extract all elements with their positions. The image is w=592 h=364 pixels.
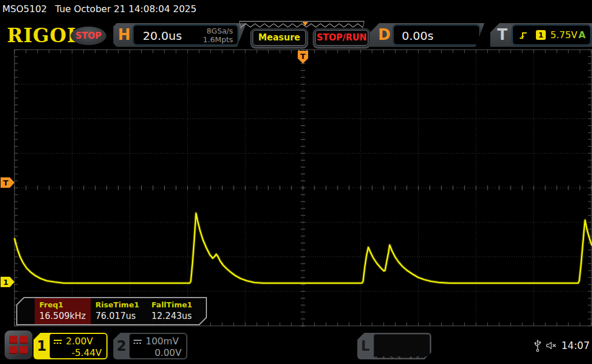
clock: 14:07 <box>561 340 590 351</box>
channel1-offset: -5.44V <box>53 347 102 358</box>
trigger-widget[interactable]: T 1 5.75V A <box>490 23 592 47</box>
trigger-level-value: 5.75V <box>550 29 578 40</box>
delay-box[interactable]: 0.00s <box>393 25 480 45</box>
trigger-label: T <box>497 26 508 43</box>
rigol-logo: RIGOL <box>7 24 81 47</box>
speaker-muted-icon <box>546 340 557 351</box>
channel2-scale: 100mV <box>146 336 179 347</box>
timebase-box[interactable]: 20.0us 8GSa/s 1.6Mpts <box>133 25 238 45</box>
dc-coupling-icon <box>133 339 142 344</box>
measurement-panel[interactable]: Freq1 16.509kHz RiseTime1 76.017us FallT… <box>16 297 207 325</box>
delay-label: D <box>378 26 391 43</box>
waveform-overview-strip[interactable] <box>239 21 365 30</box>
measurement-label: RiseTime1 <box>95 300 147 309</box>
timebase-value: 20.0us <box>143 29 182 43</box>
run-state-badge[interactable]: STOP <box>71 27 106 45</box>
acquisition-rates: 8GSa/s 1.6Mpts <box>203 27 233 44</box>
rising-edge-icon <box>519 31 528 40</box>
channel2-settings: 100mV 0.00V <box>130 334 186 358</box>
channel2-widget[interactable]: 2 100mV 0.00V <box>113 333 187 359</box>
measurement-value: 16.509kHz <box>39 311 91 321</box>
measurement-label: Freq1 <box>39 300 91 309</box>
measurement-risetime1[interactable]: RiseTime1 76.017us <box>91 298 147 324</box>
grid-icon <box>9 336 17 344</box>
measurement-value: 12.243us <box>151 311 203 321</box>
channel1-widget[interactable]: 1 2.00V -5.44V <box>34 333 108 359</box>
usb-icon <box>534 338 541 353</box>
horizontal-label: H <box>118 26 131 43</box>
svg-text:T: T <box>301 52 306 61</box>
measure-button[interactable]: Measure <box>253 30 306 46</box>
horizontal-widget[interactable]: H 20.0us 8GSa/s 1.6Mpts <box>113 23 246 47</box>
sample-rate: 8GSa/s <box>203 27 233 35</box>
memory-depth: 1.6Mpts <box>203 35 233 44</box>
logic-channels-widget[interactable]: L 0 1 2 3 4 5 6 7 8 9 1011 12131415 <box>357 333 431 359</box>
grid-icon <box>9 346 17 354</box>
measurement-value: 76.017us <box>95 311 147 321</box>
grid-icon <box>20 336 28 344</box>
channel1-scale: 2.00V <box>66 336 93 347</box>
menu-grid-button[interactable] <box>5 330 32 359</box>
measurement-panel-body: Freq1 16.509kHz RiseTime1 76.017us FallT… <box>17 298 206 324</box>
svg-text:1: 1 <box>3 278 8 287</box>
trigger-box[interactable]: 1 5.75V A <box>512 25 591 45</box>
measurement-freq1[interactable]: Freq1 16.509kHz <box>35 298 91 324</box>
delay-widget[interactable]: D 0.00s <box>370 23 484 47</box>
channel1-settings: 2.00V -5.44V <box>50 334 106 358</box>
trigger-mode: A <box>579 29 586 40</box>
stop-run-button[interactable]: STOP/RUN <box>315 30 368 46</box>
channel2-offset: 0.00V <box>133 347 182 358</box>
dc-coupling-icon <box>53 339 62 344</box>
measurement-falltime1[interactable]: FallTime1 12.243us <box>147 298 203 324</box>
measurement-label: FallTime1 <box>151 300 203 309</box>
svg-text:T: T <box>3 179 9 187</box>
trigger-source-badge: 1 <box>536 30 546 40</box>
delay-value: 0.00s <box>402 29 434 43</box>
grid-icon <box>20 346 28 354</box>
oscilloscope-screen: MSO5102Tue October 21 14:08:04 2025 T1T … <box>0 0 592 364</box>
logic-channel-list: 0 1 2 3 4 5 6 7 8 9 1011 12131415 <box>373 334 430 358</box>
